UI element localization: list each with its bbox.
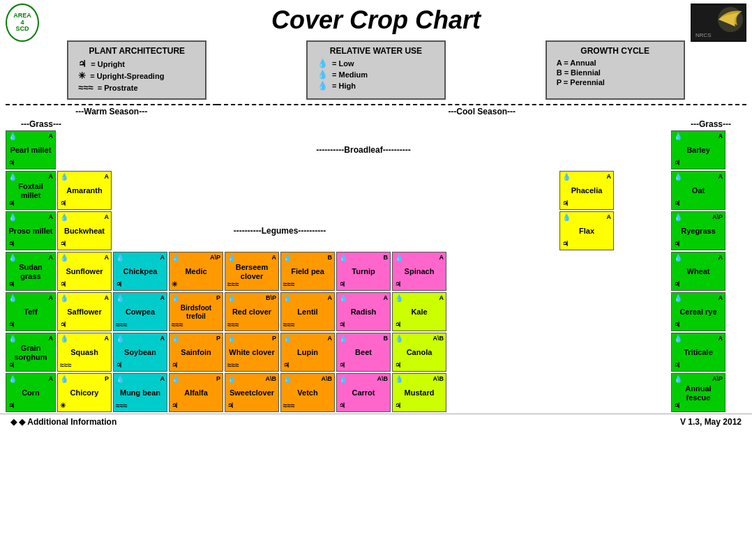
empty-3-12 — [615, 211, 670, 250]
cell-flax: A 💧 Flax ♃ — [559, 211, 614, 250]
cell-field-pea: B 💧 Field pea ≈≈≈ — [280, 252, 335, 291]
empty-5-9 — [448, 292, 670, 331]
legend-growth-cycle: GROWTH CYCLE A = Annual B = Biennial P =… — [546, 40, 685, 100]
cell-phacelia: A 💧 Phacelia ♃ — [559, 171, 614, 210]
cell-squash: A 💧 Squash ≈≈≈ — [57, 333, 112, 372]
logo-left: AREA 4 SCD — [6, 3, 39, 42]
cell-turnip: B 💧 Turnip ♃ — [336, 252, 391, 291]
cell-annual-fescue: A\P 💧 Annual fescue ♃ — [671, 373, 725, 412]
logo-right: NRCS — [691, 3, 746, 42]
cell-mung-bean: A 💧 Mung bean ≈≈≈ — [113, 373, 167, 412]
cell-alfalfa: P 💧 Alfalfa ♃ — [169, 373, 223, 412]
cell-ryegrass: A\P 💧 Ryegrass ♃ — [671, 211, 725, 250]
cell-cowpea: A 💧 Cowpea ≈≈≈ — [113, 292, 167, 331]
cell-oat: A 💧 Oat ♃ — [671, 171, 725, 210]
legend-water-use: RELATIVE WATER USE 💧 = Low 💧 = Medium 💧 … — [306, 40, 446, 100]
cell-amaranth: A 💧 Amaranth ♃ — [57, 171, 112, 210]
cell-barley: A 💧 Barley ♃ — [671, 130, 725, 169]
cell-spinach: A 💧 Spinach ♃ — [392, 252, 446, 291]
cell-white-clover: P 💧 White clover ≈≈≈ — [225, 333, 279, 372]
broadleaf-label: ----------Broadleaf---------- — [57, 130, 670, 169]
cell-carrot: A\B 💧 Carrot ♃ — [336, 373, 391, 412]
cell-buckwheat: A 💧 Buckwheat ♃ — [57, 211, 112, 250]
grass-right-label: ---Grass--- — [691, 119, 731, 129]
cell-proso-millet: A 💧 Proso millet ♃ — [6, 211, 56, 250]
diamond-icon: ◆ — [10, 417, 17, 427]
cell-grain-sorghum: A 💧 Grain sorghum ♃ — [6, 333, 56, 372]
cell-sudan-grass: A 💧 Sudan grass ♃ — [6, 252, 56, 291]
cell-vetch: A\B 💧 Vetch ≈≈≈ — [280, 373, 335, 412]
cell-cereal-rye: A 💧 Cereal rye ♃ — [671, 292, 725, 331]
empty-6-9 — [448, 333, 670, 372]
cell-wheat: A 💧 Wheat ♃ — [671, 252, 725, 291]
legend-plant-architecture: PLANT ARCHITECTURE ♃ = Upright ✳ = Uprig… — [67, 40, 206, 100]
cell-medic: A\P 💧 Medic ✳ — [169, 252, 223, 291]
svg-text:NRCS: NRCS — [695, 32, 712, 38]
cell-canola: A\B 💧 Canola ♃ — [392, 333, 446, 372]
legumes-label: ----------Legumes---------- — [113, 211, 446, 250]
cell-teff: A 💧 Teff ♃ — [6, 292, 56, 331]
version-label: V 1.3, May 2012 — [680, 417, 742, 427]
empty-4-9 — [448, 252, 670, 291]
empty-2-12 — [615, 171, 670, 210]
additional-info-link[interactable]: ◆ ◆ Additional Information — [10, 417, 116, 427]
cell-chicory: P 💧 Chicory ✳ — [57, 373, 112, 412]
season-warm-label: ---Warm Season--- — [6, 104, 217, 116]
cell-corn: A 💧 Corn ♃ — [6, 373, 56, 412]
cell-chickpea: A 💧 Chickpea ♃ — [113, 252, 167, 291]
cell-beet: B 💧 Beet ♃ — [336, 333, 391, 372]
cell-safflower: A 💧 Safflower ♃ — [57, 292, 112, 331]
cell-kale: A 💧 Kale ♃ — [392, 292, 446, 331]
cell-foxtail-millet: A 💧 Foxtail millet ♃ — [6, 171, 56, 210]
empty-7-9 — [448, 373, 670, 412]
cell-birdsfoot-trefoil: P 💧 Birdsfoot trefoil ≈≈≈ — [169, 292, 223, 331]
cell-radish: A 💧 Radish ♃ — [336, 292, 391, 331]
grass-left-label: ---Grass--- — [21, 119, 61, 129]
cell-red-clover: B\P 💧 Red clover ≈≈≈ — [225, 292, 279, 331]
cell-mustard: A\B 💧 Mustard ♃ — [392, 373, 446, 412]
cell-lentil: A 💧 Lentil ≈≈≈ — [280, 292, 335, 331]
cell-sunflower: A 💧 Sunflower ♃ — [57, 252, 112, 291]
cell-triticale: A 💧 Triticale ♃ — [671, 333, 725, 372]
page-title: Cover Crop Chart — [0, 0, 752, 38]
cell-berseem-clover: A 💧 Berseem clover ≈≈≈ — [225, 252, 279, 291]
cell-sainfoin: P 💧 Sainfoin ♃ — [169, 333, 223, 372]
cell-lupin: A 💧 Lupin ♃ — [280, 333, 335, 372]
cell-pearl-millet: A 💧 Pearl millet ♃ — [6, 130, 56, 169]
cell-sweetclover: A\B 💧 Sweetclover ♃ — [225, 373, 279, 412]
season-cool-label: ---Cool Season--- — [217, 104, 746, 116]
empty-2-3 — [113, 171, 614, 210]
cell-soybean: A 💧 Soybean ♃ — [113, 333, 167, 372]
